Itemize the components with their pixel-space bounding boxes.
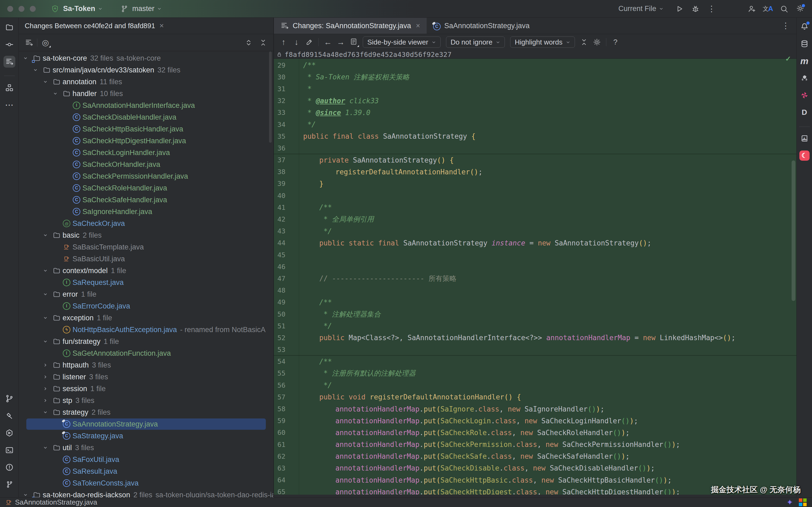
next-file-button[interactable]: → [335,36,347,48]
database-icon[interactable] [799,38,810,49]
chevron-closed-icon[interactable] [43,374,52,380]
close-icon[interactable]: × [159,21,164,30]
code-line[interactable]: 29/** [274,59,797,71]
tree-row[interactable]: httpauth3 files [19,359,273,371]
code-line[interactable]: 30 * Sa-Token 注解鉴权相关策略 [274,71,797,83]
code-line[interactable]: 47// ---------------------- 所有策略 [274,273,797,284]
tree-row[interactable]: CSaTokenConsts.java [19,477,273,489]
code-line[interactable]: 36 [274,142,797,154]
tree-row[interactable]: ISaRequest.java [19,277,273,288]
tree-row[interactable]: ISaAnnotationHandlerInterface.java [19,100,273,111]
chevron-open-icon[interactable] [43,410,52,415]
tree-row[interactable]: CSaCheckRoleHandler.java [19,182,273,194]
tree-row[interactable]: CSaCheckHttpDigestHandler.java [19,135,273,147]
code-line[interactable]: 56 */ [274,379,797,391]
next-change-button[interactable]: ↓ [291,36,302,48]
debug-button[interactable] [690,3,701,14]
highlight-mode-dropdown[interactable]: Highlight words [510,37,575,48]
letter-d-icon[interactable]: D [799,107,810,118]
tree-row[interactable]: @SaCheckOr.java [19,218,273,229]
code-line[interactable]: 61annotationHandlerMap.put(SaCheckPermis… [274,439,797,450]
tree-row[interactable]: src/main/java/cn/dev33/satoken32 files [19,64,273,76]
pinwheel-icon[interactable] [799,90,810,101]
code-line[interactable]: 53 [274,344,797,356]
code-line[interactable]: 52public Map<Class<?>, SaAnnotationHandl… [274,332,797,344]
search-everywhere-button[interactable] [779,3,790,14]
tree-row[interactable]: sa-token-core32 filessa-token-core [19,52,273,64]
code-line[interactable]: 37private SaAnnotationStrategy() { [274,154,797,166]
view-options-button[interactable]: ◎ [40,37,51,49]
tree-row[interactable]: CSaResult.java [19,465,273,477]
tree-row[interactable]: util3 files [19,442,273,454]
tab-changes-diff[interactable]: Changes: SaAnnotationStrategy.java × [274,18,427,34]
minimize-window-button[interactable] [18,6,24,12]
code-line[interactable]: 46 [274,261,797,273]
window-controls[interactable] [7,6,36,12]
tree-row[interactable]: CSaCheckHttpBasicHandler.java [19,123,273,135]
chevron-open-icon[interactable] [43,445,52,450]
run-configuration-widget[interactable]: Current File [618,5,669,13]
tree-row[interactable]: ϟNotHttpBasicAuthException.java- renamed… [19,324,273,336]
code-line[interactable]: 60annotationHandlerMap.put(SaCheckRole.c… [274,427,797,439]
code-line[interactable]: 42 * 全局单例引用 [274,213,797,225]
code-line[interactable]: 63annotationHandlerMap.put(SaCheckDisabl… [274,462,797,474]
changes-view-icon[interactable] [3,56,15,68]
tree-row[interactable]: CSaFoxUtil.java [19,454,273,465]
tree-row[interactable]: basic2 files [19,229,273,241]
status-file-name[interactable]: SaAnnotationStrategy.java [15,498,97,506]
tree-row[interactable]: ISaErrorCode.java [19,300,273,312]
code-line[interactable]: 50 * 注解处理器集合 [274,308,797,320]
tree-row[interactable]: annotation11 files [19,76,273,88]
chevron-open-icon[interactable] [43,315,52,321]
knot-icon[interactable] [799,72,810,84]
previous-file-button[interactable]: ← [322,36,334,48]
tree-row[interactable]: session1 file [19,383,273,395]
code-line[interactable]: 45 [274,249,797,261]
tree-row[interactable]: handler10 files [19,88,273,100]
code-line[interactable]: 48 [274,285,797,296]
chevron-open-icon[interactable] [53,91,62,96]
code-line[interactable]: 35public final class SaAnnotationStrateg… [274,130,797,142]
chevron-open-icon[interactable] [43,292,52,297]
tree-row[interactable]: listener3 files [19,371,273,383]
tree-row[interactable]: stp3 files [19,395,273,406]
run-button[interactable] [674,3,685,14]
translate-button[interactable]: 文A [763,3,773,14]
tree-row[interactable]: context/model1 file [19,265,273,277]
code-line[interactable]: 33 * @since 1.39.0 [274,107,797,119]
previous-change-button[interactable]: ↑ [277,36,290,48]
diff-settings-button[interactable] [591,36,603,48]
vcs-graph-icon[interactable] [3,393,15,404]
editor-scrollbar[interactable] [792,160,795,301]
close-window-button[interactable] [7,6,13,12]
chevron-closed-icon[interactable] [43,362,52,368]
chevron-open-icon[interactable] [43,268,52,273]
whitespace-dropdown[interactable]: Do not ignore [446,37,505,48]
tree-row[interactable]: error1 file [19,288,273,300]
tree-row[interactable]: CSaCheckDisableHandler.java [19,111,273,123]
code-line[interactable]: 38registerDefaultAnnotationHandler(); [274,166,797,178]
code-line[interactable]: 43 */ [274,225,797,237]
more-icon[interactable]: ⋯ [3,99,15,111]
code-line[interactable]: 40 [274,190,797,202]
tab-file[interactable]: C SaAnnotationStrategy.java [427,18,536,34]
diff-editor[interactable]: 29/**30 * Sa-Token 注解鉴权相关策略31 *32 * @aut… [274,58,797,495]
collapse-unchanged-button[interactable] [578,36,590,48]
dictionary-icon[interactable]: A [799,133,810,144]
git-branch-icon[interactable] [3,478,15,490]
code-line[interactable]: 34 */ [274,119,797,130]
branch-widget[interactable]: master [119,3,167,14]
code-line[interactable]: 58annotationHandlerMap.put(SaIgnore.clas… [274,403,797,415]
microsoft-input-icon[interactable] [799,498,807,506]
bell-icon[interactable] [799,21,810,32]
tab-options-button[interactable]: ⋮ [780,18,791,34]
commit-icon[interactable] [3,39,15,50]
chevron-open-icon[interactable] [43,79,52,84]
code-line[interactable]: 62annotationHandlerMap.put(SaCheckSafe.c… [274,450,797,462]
structure-icon[interactable] [3,82,15,94]
settings-button[interactable] [795,3,806,14]
chevron-open-icon[interactable] [23,492,33,497]
services-icon[interactable] [3,427,15,439]
tree-row[interactable]: sa-token-dao-redis-jackson2 filessa-toke… [19,489,273,497]
code-line[interactable]: 31 * [274,83,797,95]
